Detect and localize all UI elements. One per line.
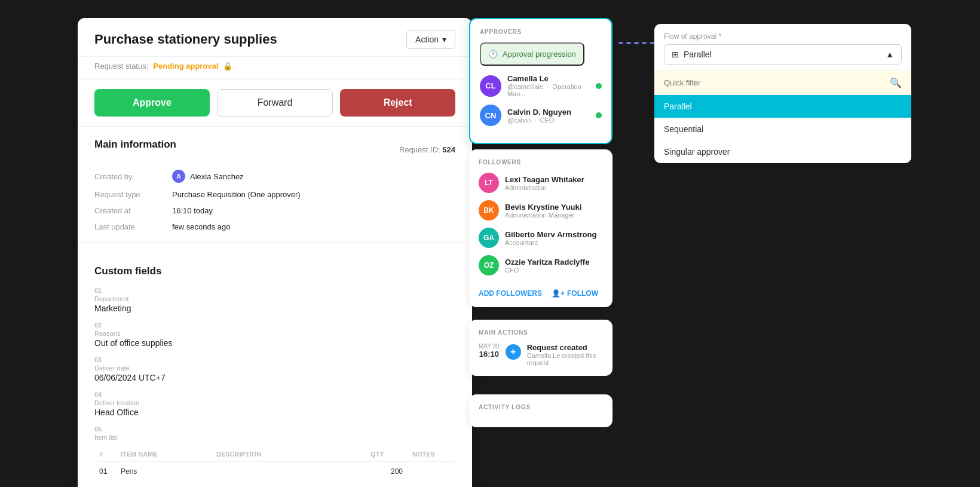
info-header-row: Main information Request ID: 524 (94, 139, 455, 160)
status-row: Request status: Pending approval 🔒 (78, 57, 472, 79)
follower-row-bevis: BK Bevis Krystine Yuuki Administration M… (479, 200, 603, 220)
table-row: 01 Pens 200 (94, 462, 455, 482)
custom-field-reasons: 02 Reasons Out of office supplies (94, 321, 455, 348)
followers-label: FOLLOWERS (479, 159, 603, 166)
card-header: Purchase stationery supplies Action ▾ (78, 18, 472, 57)
table-header-item: ITEM NAME (116, 447, 212, 462)
grid-icon: ⊞ (672, 50, 679, 59)
forward-button[interactable]: Forward (217, 89, 333, 117)
chevron-down-icon: ▾ (442, 35, 446, 44)
flow-option-parallel[interactable]: Parallel (654, 95, 911, 118)
flow-select[interactable]: ⊞ Parallel ▲ (664, 44, 902, 65)
action-plus-icon: + (506, 344, 521, 360)
custom-field-department: 01 Department Marketing (94, 287, 455, 313)
table-row: 02 Printing Paper 1000 (94, 482, 455, 488)
approve-button[interactable]: Approve (94, 89, 210, 117)
quick-filter-input[interactable] (664, 78, 885, 87)
reject-button[interactable]: Reject (340, 89, 455, 117)
flow-of-approval-panel: Flow of approval * ⊞ Parallel ▲ 🔍 Parall… (654, 24, 911, 163)
search-icon: 🔍 (890, 77, 902, 88)
approver-status-dot-camella (596, 83, 602, 89)
info-row-last-update: Last update few seconds ago (94, 222, 455, 231)
follower-row-lexi: LT Lexi Teagan Whitaker Administration (479, 173, 603, 193)
followers-actions: ADD FOLLOWERS 👤+ FOLLOW (479, 283, 603, 298)
approver-row-calvin: CN Calvin D. Nguyen @calvin · CEO (480, 105, 602, 126)
follower-avatar-ozzie: OZ (479, 255, 499, 275)
custom-field-item-list: 05 Item list # ITEM NAME DESCRIPTION QTY… (94, 425, 455, 487)
main-actions-panel: MAIN ACTIONS MAY 30 16:10 + Request crea… (469, 320, 612, 376)
follower-avatar-lexi: LT (479, 173, 499, 193)
approver-role-calvin: @calvin · CEO (507, 117, 590, 124)
avatar-alexia: A (172, 170, 185, 183)
page-title: Purchase stationery supplies (94, 32, 277, 47)
follower-avatar-bevis: BK (479, 200, 499, 220)
status-badge: Pending approval (153, 62, 218, 71)
approval-progression-button[interactable]: 🕐 Approval progression (480, 42, 584, 66)
approvers-label: APPROVERS (480, 29, 602, 35)
table-header-notes: NOTES (408, 447, 455, 462)
main-info-section: Main information Request ID: 524 Created… (78, 127, 472, 231)
item-table: # ITEM NAME DESCRIPTION QTY NOTES 01 Pen… (94, 447, 455, 487)
main-info-title: Main information (94, 139, 176, 151)
custom-fields-section: Custom fields 01 Department Marketing 02… (78, 253, 472, 487)
approver-row-camella: CL Camella Le @camelliale · Operation Ma… (480, 74, 602, 97)
quick-filter-row: 🔍 (654, 71, 911, 95)
flow-option-singular[interactable]: Singular approver (654, 140, 911, 163)
follower-avatar-gilberto: GA (479, 228, 499, 248)
flow-header: Flow of approval * ⊞ Parallel ▲ (654, 24, 911, 71)
request-id: Request ID: 524 (399, 145, 455, 154)
approver-role-camella: @camelliale · Operation Man... (507, 83, 590, 97)
table-header-num: # (94, 447, 116, 462)
follower-row-gilberto: GA Gilberto Merv Armstrong Accountant (479, 228, 603, 248)
follow-icon: 👤+ (552, 289, 565, 298)
approvers-panel: APPROVERS 🕐 Approval progression CL Came… (469, 18, 612, 144)
table-header-desc: DESCRIPTION (212, 447, 366, 462)
flow-option-sequential[interactable]: Sequential (654, 118, 911, 140)
follower-row-ozzie: OZ Ozzie Yaritza Radclyffe CFO (479, 255, 603, 275)
add-followers-button[interactable]: ADD FOLLOWERS (479, 289, 542, 298)
approver-avatar-camella: CL (480, 75, 501, 97)
followers-panel: FOLLOWERS LT Lexi Teagan Whitaker Admini… (469, 149, 612, 307)
main-actions-label: MAIN ACTIONS (479, 329, 603, 336)
flow-label: Flow of approval * (664, 32, 902, 41)
activity-logs-panel: ACTIVITY LOGS (469, 394, 612, 427)
info-row-created-at: Created at 16:10 today (94, 206, 455, 215)
custom-field-deliver-location: 04 Deliver location Head Office (94, 391, 455, 417)
action-button[interactable]: Action ▾ (406, 30, 455, 49)
clock-icon: 🕐 (488, 50, 498, 59)
approver-avatar-calvin: CN (480, 105, 501, 126)
custom-fields-title: Custom fields (94, 265, 455, 277)
info-row-created-by: Created by A Alexia Sanchez (94, 170, 455, 183)
main-card: Purchase stationery supplies Action ▾ Re… (78, 18, 472, 487)
approver-status-dot-calvin (596, 112, 602, 118)
approver-name-camella: Camella Le (507, 74, 590, 83)
custom-field-deliver-date: 03 Deliver date 06/06/2024 UTC+7 (94, 356, 455, 382)
info-row-request-type: Request type Purchase Requisition (One a… (94, 190, 455, 199)
lock-icon: 🔒 (223, 62, 232, 71)
chevron-up-icon: ▲ (886, 50, 894, 59)
table-header-qty: QTY (366, 447, 408, 462)
action-buttons-row: Approve Forward Reject (78, 79, 472, 127)
approver-name-calvin: Calvin D. Nguyen (507, 108, 590, 117)
follow-button[interactable]: 👤+ FOLLOW (552, 289, 598, 298)
action-entry-request-created: MAY 30 16:10 + Request created Camella L… (479, 343, 603, 366)
activity-logs-label: ACTIVITY LOGS (479, 404, 603, 411)
